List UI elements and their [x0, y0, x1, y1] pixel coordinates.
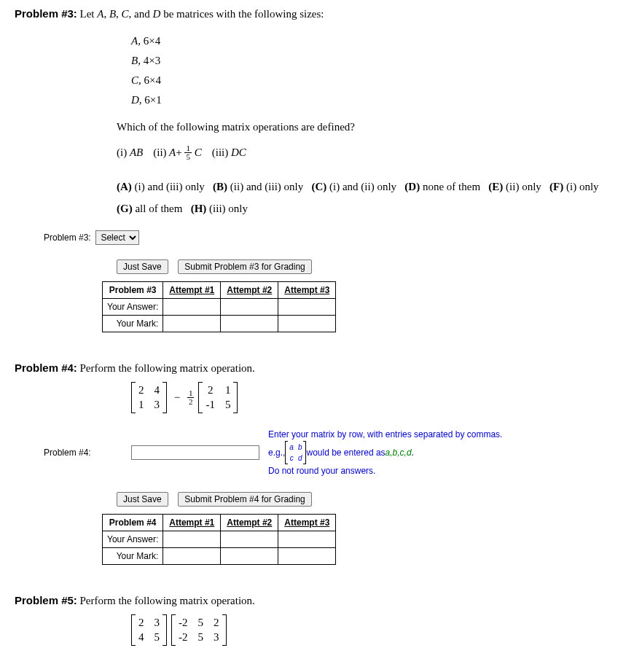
matrix-A: 24 13: [131, 382, 167, 413]
problem-3-answer-row: Problem #3: Select: [44, 230, 619, 245]
problem-4-content: 24 13 − 12 21 -15: [117, 382, 619, 413]
problem-4-header: Problem #4:: [15, 362, 77, 374]
answer-choices: (A) (i) and (iii) only (B) (ii) and (iii…: [117, 176, 619, 219]
just-save-button[interactable]: Just Save: [117, 492, 168, 507]
matrix-A: 23 45: [131, 614, 167, 646]
problem-3-attempts-table: Problem #3 Attempt #1 Attempt #2 Attempt…: [102, 281, 336, 332]
cell: [221, 531, 278, 548]
problem-3-buttons: Just Save Submit Problem #3 for Grading: [117, 259, 619, 274]
problem-3-intro: Let A, B, C, and D be matrices with the …: [80, 8, 324, 20]
attempt-1-header[interactable]: Attempt #1: [163, 515, 221, 531]
problem-3-content: A, 6×4 B, 4×3 C, 6×4 D, 6×1 Which of the…: [117, 31, 619, 219]
problem-4-hint: Enter your matrix by row, with entries s…: [268, 428, 502, 477]
problem-3-answer-label: Problem #3:: [44, 233, 91, 243]
row-your-answer: Your Answer:: [103, 299, 163, 316]
cell: [278, 548, 336, 565]
attempt-3-header[interactable]: Attempt #3: [278, 515, 336, 531]
table-corner: Problem #3: [103, 282, 163, 299]
problem-4-intro: Perform the following matrix operation.: [80, 362, 255, 374]
cell: [278, 531, 336, 548]
cell: [163, 316, 221, 332]
table-corner: Problem #4: [103, 515, 163, 531]
just-save-button[interactable]: Just Save: [117, 259, 168, 274]
problem-4: Problem #4: Perform the following matrix…: [15, 362, 619, 565]
attempt-2-header[interactable]: Attempt #2: [221, 282, 278, 299]
cell: [278, 316, 336, 332]
problem-3-select[interactable]: Select: [95, 230, 139, 245]
row-your-mark: Your Mark:: [103, 316, 163, 332]
attempt-2-header[interactable]: Attempt #2: [221, 515, 278, 531]
cell: [163, 548, 221, 565]
problem-4-buttons: Just Save Submit Problem #4 for Grading: [117, 492, 619, 507]
problem-5-content: 23 45 -252 -253: [117, 614, 619, 646]
cell: [278, 299, 336, 316]
problem-4-input[interactable]: [131, 445, 259, 460]
problem-5-intro: Perform the following matrix operation.: [80, 595, 255, 606]
cell: [221, 316, 278, 332]
problem-5-header: Problem #5:: [15, 594, 77, 606]
attempt-3-header[interactable]: Attempt #3: [278, 282, 336, 299]
scalar-half: 12: [187, 389, 195, 406]
submit-p3-button[interactable]: Submit Problem #3 for Grading: [178, 259, 311, 274]
problem-4-answer-label: Problem #4:: [15, 448, 131, 458]
problem-4-expression: 24 13 − 12 21 -15: [131, 382, 619, 413]
submit-p4-button[interactable]: Submit Problem #4 for Grading: [178, 492, 311, 507]
cell: [221, 548, 278, 565]
row-your-mark: Your Mark:: [103, 548, 163, 565]
problem-4-attempts-table: Problem #4 Attempt #1 Attempt #2 Attempt…: [102, 514, 336, 565]
attempt-1-header[interactable]: Attempt #1: [163, 282, 221, 299]
problem-5-expression: 23 45 -252 -253: [131, 614, 619, 646]
problem-4-input-row: Problem #4: Enter your matrix by row, wi…: [15, 428, 619, 477]
cell: [163, 531, 221, 548]
operations-list: (i) AB (ii) A + 15 C (iii) DC: [117, 144, 619, 161]
row-your-answer: Your Answer:: [103, 531, 163, 548]
problem-3: Problem #3: Let A, B, C, and D be matric…: [15, 7, 619, 332]
problem-5: Problem #5: Perform the following matrix…: [15, 594, 619, 646]
cell: [163, 299, 221, 316]
cell: [221, 299, 278, 316]
matrix-B: 21 -15: [198, 382, 238, 413]
matrix-B: -252 -253: [171, 614, 227, 646]
matrix-sizes-list: A, 6×4 B, 4×3 C, 6×4 D, 6×1: [131, 31, 619, 110]
problem-3-question: Which of the following matrix operations…: [117, 121, 619, 133]
problem-3-header: Problem #3:: [15, 7, 77, 20]
